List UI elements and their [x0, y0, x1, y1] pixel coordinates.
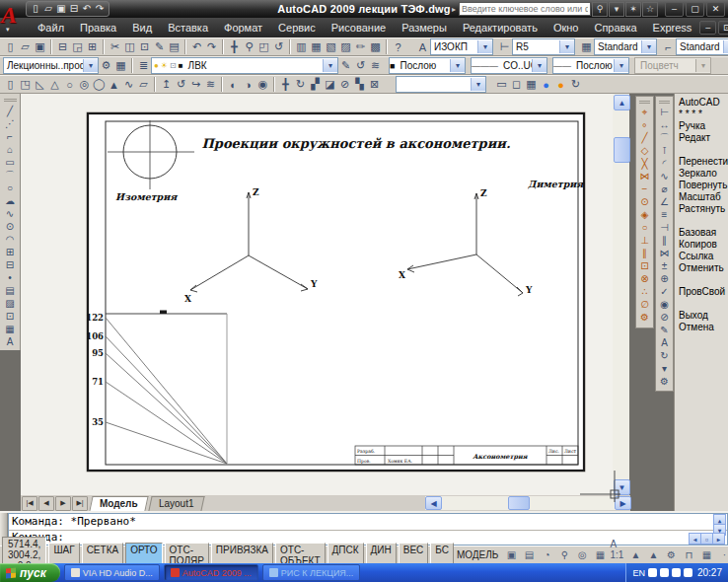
line-icon[interactable]: ╱ [2, 105, 19, 117]
revolve-icon[interactable]: ↺ [174, 77, 188, 92]
ellipse-arc-icon[interactable]: ◠ [2, 233, 19, 246]
loft-icon[interactable]: ≋ [203, 77, 218, 92]
screen-menu-item[interactable] [679, 274, 728, 286]
plot-preview-icon[interactable]: ◲ [70, 39, 85, 54]
polysolid-icon[interactable]: ▯ [3, 77, 18, 92]
designcenter-icon[interactable]: ▦ [309, 39, 324, 54]
screen-menu-item[interactable]: Перенести [679, 156, 728, 168]
temp-track-icon[interactable]: ⌖ [636, 106, 653, 118]
dim-space-icon[interactable]: ⋈ [656, 247, 673, 259]
polyline-icon[interactable]: ⌐ [2, 130, 19, 143]
tool-palettes-icon[interactable]: ▧ [324, 39, 338, 54]
continue-dim-icon[interactable]: ∥ [656, 234, 673, 247]
make-block-icon[interactable]: ⊟ [2, 258, 19, 271]
3d-rotate-icon[interactable]: ↻ [293, 77, 308, 92]
screen-menu-item[interactable]: Выход [679, 310, 728, 322]
sheetset-manager-icon[interactable]: ▨ [338, 39, 353, 54]
canvas-hscrollbar[interactable]: ◀ ▶ [425, 496, 630, 510]
favorites-icon[interactable]: ☆ [642, 2, 658, 17]
scroll-left-icon[interactable]: ◀ [425, 496, 442, 510]
screen-menu-item[interactable]: Базовая [679, 227, 728, 239]
menu-item[interactable]: Размеры [394, 20, 455, 36]
scroll-up-icon[interactable]: ▲ [614, 95, 630, 110]
search-input[interactable] [459, 2, 591, 16]
undo-icon[interactable]: ↶ [189, 39, 204, 54]
redo-icon[interactable]: ↷ [204, 39, 219, 54]
slice-icon[interactable]: ▞ [308, 77, 323, 92]
nearest-snap-icon[interactable]: ∴ [636, 285, 653, 298]
toolbar-lock-icon[interactable]: ⊓ [680, 547, 697, 563]
start-button[interactable]: пуск [0, 563, 60, 582]
region-icon[interactable]: ⊡ [2, 310, 19, 323]
properties-icon[interactable]: ▥ [294, 39, 309, 54]
arc-length-dim-icon[interactable]: ⌒ [656, 131, 673, 144]
trusted-autodesk-icon[interactable]: ▦ [697, 547, 715, 563]
help-icon[interactable]: ? [391, 39, 405, 54]
quickview-drawings-icon[interactable]: ▤ [520, 547, 538, 563]
dim-style-icon[interactable]: ⚙ [656, 375, 673, 388]
baseline-dim-icon[interactable]: ⊣ [656, 221, 673, 234]
workspace-combo[interactable]: Лекционны..профиль▾ [3, 57, 99, 74]
manage-visual-styles-icon[interactable]: ↻ [568, 77, 583, 92]
osnap-settings-icon[interactable]: ⚙ [636, 311, 653, 324]
union-icon[interactable]: ◐ [226, 77, 241, 92]
menu-item[interactable]: Express [645, 20, 700, 36]
perpendicular-snap-icon[interactable]: ⊥ [636, 234, 653, 247]
3d-wireframe-icon[interactable]: ◻ [509, 77, 524, 92]
layer-properties-icon[interactable]: ≣ [136, 58, 151, 73]
pan-tool-icon[interactable]: ◔ [538, 547, 555, 563]
next-tab-button[interactable]: ▶ [55, 496, 71, 511]
menu-item[interactable]: Справка [586, 20, 644, 36]
thicken-icon[interactable]: ▚ [352, 77, 367, 92]
screen-menu-item[interactable]: Отмена [679, 322, 728, 333]
layout-tab[interactable]: Layout1 [148, 496, 204, 511]
layout-tab[interactable]: Модель [89, 496, 148, 511]
sphere-icon[interactable]: ○ [62, 77, 77, 92]
screen-menu-item[interactable]: Ручка [679, 120, 728, 132]
menu-item[interactable]: Сервис [270, 20, 324, 36]
screen-menu-item[interactable]: Повернуть [679, 180, 728, 191]
3d-move-icon[interactable]: ╋ [278, 77, 293, 92]
markup-icon[interactable]: ✏ [353, 39, 368, 54]
node-snap-icon[interactable]: ⊗ [636, 272, 653, 285]
dim-text-edit-icon[interactable]: A [656, 336, 673, 349]
tangent-snap-icon[interactable]: ○ [636, 221, 653, 234]
dim-break-icon[interactable]: ± [656, 259, 673, 272]
plotstyle-combo[interactable]: Поцветч▾ [634, 57, 711, 74]
sweep-icon[interactable]: ↪ [188, 77, 203, 92]
convert-to-solid-icon[interactable]: ⊠ [367, 77, 382, 92]
save-icon[interactable]: ▣ [33, 39, 47, 54]
tray-network-icon[interactable] [660, 568, 669, 577]
inspect-dim-icon[interactable]: ◉ [656, 298, 673, 311]
angular-dim-icon[interactable]: ∠ [656, 195, 673, 208]
polygon-icon[interactable]: ⌂ [2, 143, 19, 156]
screen-menu-item[interactable]: * * * * [679, 109, 728, 120]
open-icon[interactable]: ▱ [18, 39, 33, 54]
plot-icon[interactable]: ⊟ [55, 39, 70, 54]
zoom-window-icon[interactable]: ◰ [256, 39, 271, 54]
layer-combo[interactable]: ●☀⊡■ ЛВК▾ [151, 57, 338, 74]
circle-icon[interactable]: ○ [2, 182, 19, 194]
2d-wireframe-icon[interactable]: ▭ [494, 77, 509, 92]
parallel-snap-icon[interactable]: ∥ [636, 247, 653, 259]
conceptual-style-icon[interactable]: ● [553, 77, 568, 92]
gradient-icon[interactable]: ▨ [2, 297, 19, 310]
screen-menu-item[interactable]: Редакт [679, 132, 728, 144]
make-object-layer-current-icon[interactable]: ✎ [338, 58, 353, 73]
linear-dim-icon[interactable]: ⊢ [656, 106, 673, 118]
wedge-icon[interactable]: ◺ [33, 77, 47, 92]
midpoint-snap-icon[interactable]: ◇ [636, 144, 653, 157]
interfere-icon[interactable]: ⊘ [337, 77, 352, 92]
menu-item[interactable]: Файл [30, 20, 72, 36]
color-combo[interactable]: ■ Послою▾ [389, 57, 466, 74]
new-icon[interactable]: ▯ [3, 39, 18, 54]
block-editor-icon[interactable]: ▤ [167, 39, 182, 54]
cylinder-icon[interactable]: ◎ [77, 77, 92, 92]
canvas-vscrollbar[interactable]: ▲ ▼ [613, 94, 629, 495]
pyramid-icon[interactable]: ▲ [107, 77, 121, 92]
screen-menu-item[interactable] [679, 144, 728, 156]
jogged-linear-icon[interactable]: ⊘ [656, 311, 673, 324]
diameter-dim-icon[interactable]: ⌀ [656, 182, 673, 195]
revision-cloud-icon[interactable]: ☁ [2, 194, 19, 207]
taskbar-task[interactable]: VIA HD Audio D... [64, 564, 160, 581]
